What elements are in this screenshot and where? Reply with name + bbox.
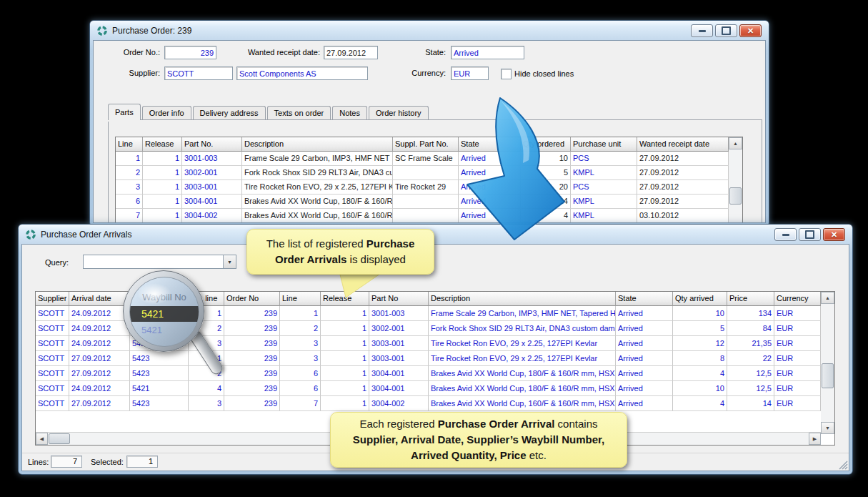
cell[interactable]: Brakes Avid XX World Cup, 180/F & 160/R … (429, 366, 616, 381)
column-header[interactable]: Qty arrived (673, 292, 727, 306)
supplier-name-field[interactable] (236, 67, 368, 80)
cell[interactable]: SCOTT (36, 306, 69, 321)
column-header[interactable]: Description (429, 292, 616, 306)
cell[interactable]: Tire Rocket Ron EVO, 29 x 2.25, 127EPI K… (429, 336, 616, 351)
column-header[interactable]: Description (242, 137, 393, 152)
minimize-button[interactable] (774, 228, 797, 241)
cell[interactable]: 1 (321, 351, 369, 366)
cell[interactable]: SCOTT (36, 381, 69, 396)
cell[interactable]: EUR (774, 336, 821, 351)
cell[interactable]: Arrived (616, 306, 673, 321)
cell[interactable]: 1 (321, 396, 369, 411)
cell[interactable]: 27.09.2012 (69, 351, 130, 366)
cell[interactable]: SC Frame Scale (393, 152, 459, 166)
order-no-field[interactable] (164, 46, 216, 59)
minimize-button[interactable] (691, 24, 713, 37)
arrivals-titlebar[interactable]: Purchase Order Arrivals ✕ (19, 225, 852, 244)
cell[interactable]: 22 (727, 351, 774, 366)
cell[interactable]: 134 (727, 306, 774, 321)
cell[interactable]: Fork Rock Shox SID 29 RLT3 Air, DNA3 cus… (242, 166, 393, 180)
cell[interactable]: 1 (280, 306, 321, 321)
cell[interactable]: 3002-001 (369, 321, 429, 336)
cell[interactable]: 12 (673, 336, 727, 351)
cell[interactable]: Tire Rocket Ron EVO, 29 x 2.25, 127EPI K… (429, 351, 616, 366)
cell[interactable]: 10 (673, 306, 727, 321)
cell[interactable]: Arrived (616, 351, 673, 366)
cell[interactable]: 84 (727, 321, 774, 336)
po-scroll-up-icon[interactable]: ▲ (729, 137, 742, 149)
query-input[interactable] (84, 255, 223, 268)
cell[interactable]: 3003-001 (182, 180, 242, 195)
cell[interactable]: 1 (321, 321, 369, 336)
cell[interactable]: 27.09.2012 (637, 152, 729, 166)
column-header[interactable]: State (616, 292, 673, 306)
cell[interactable]: 3004-001 (369, 381, 429, 396)
cell[interactable]: 24.09.2012 (69, 321, 130, 336)
cell[interactable]: 8 (673, 351, 727, 366)
tab-delivery-address[interactable]: Delivery address (193, 106, 266, 120)
cell[interactable]: 5423 (130, 396, 189, 411)
cell[interactable]: EUR (774, 351, 821, 366)
cell[interactable]: SCOTT (36, 396, 69, 411)
cell[interactable]: 239 (224, 396, 280, 411)
cell[interactable]: 3004-002 (369, 396, 429, 411)
cell[interactable]: Arrived (616, 366, 673, 381)
cell[interactable]: 1 (143, 166, 182, 180)
cell[interactable]: 6 (116, 195, 143, 209)
cell[interactable]: 2 (280, 321, 321, 336)
cell[interactable]: Brakes Avid XX World Cup, 160/F & 160/R … (242, 209, 393, 223)
cell[interactable]: 24.09.2012 (69, 336, 130, 351)
cell[interactable]: 14 (727, 396, 774, 411)
cell[interactable]: SCOTT (36, 366, 69, 381)
cell[interactable]: 10 (673, 381, 727, 396)
cell[interactable]: Frame Scale 29 Carbon, IMP3, HMF NET, Ta… (429, 306, 616, 321)
cell[interactable]: Arrived (616, 381, 673, 396)
cell[interactable]: Arrived (616, 336, 673, 351)
cell[interactable]: 21,35 (727, 336, 774, 351)
tab-parts[interactable]: Parts (108, 104, 141, 120)
resize-grip[interactable] (839, 461, 848, 470)
cell[interactable]: 7 (280, 396, 321, 411)
cell[interactable]: 1 (321, 381, 369, 396)
cell[interactable]: 3 (189, 396, 224, 411)
arr-hscroll-thumb[interactable] (49, 433, 70, 444)
maximize-button[interactable] (799, 228, 821, 241)
column-header[interactable]: Arrival date (69, 292, 130, 306)
cell[interactable]: 3001-003 (369, 306, 429, 321)
cell[interactable]: 3002-001 (182, 166, 242, 180)
close-button[interactable]: ✕ (823, 228, 845, 241)
cell[interactable]: EUR (774, 381, 821, 396)
cell[interactable]: 27.09.2012 (637, 180, 729, 195)
cell[interactable]: 12,5 (727, 381, 774, 396)
cell[interactable]: Tire Rocket Ron EVO, 29 x 2.25, 127EPI K… (242, 180, 393, 195)
po-vscroll-thumb[interactable] (729, 187, 742, 205)
cell[interactable]: Arrived (616, 396, 673, 411)
cell[interactable]: 1 (321, 336, 369, 351)
cell[interactable]: 1 (143, 209, 182, 223)
supplier-code-field[interactable] (164, 67, 233, 80)
cell[interactable]: Brakes Avid XX World Cup, 180/F & 160/R … (429, 381, 616, 396)
cell[interactable]: 7 (116, 209, 143, 223)
tab-texts-on-order[interactable]: Texts on order (267, 106, 331, 120)
maximize-button[interactable] (715, 24, 737, 37)
table-row[interactable]: 713004-002Brakes Avid XX World Cup, 160/… (116, 209, 742, 223)
cell[interactable]: 27.09.2012 (69, 366, 130, 381)
cell[interactable]: 1 (321, 306, 369, 321)
cell[interactable]: 3004-002 (182, 209, 242, 223)
cell[interactable]: 3004-001 (369, 366, 429, 381)
cell[interactable]: 27.09.2012 (637, 166, 729, 180)
cell[interactable]: 24.09.2012 (69, 306, 130, 321)
currency-field[interactable] (451, 67, 489, 80)
cell[interactable]: 1 (321, 366, 369, 381)
close-button[interactable]: ✕ (739, 24, 762, 37)
arr-scroll-down-icon[interactable]: ▼ (821, 422, 834, 434)
column-header[interactable]: Line (116, 137, 143, 152)
cell[interactable]: 3001-003 (182, 152, 242, 166)
column-header[interactable]: Wanted receipt date (637, 137, 729, 152)
cell[interactable]: EUR (774, 321, 821, 336)
cell[interactable]: EUR (774, 396, 821, 411)
cell[interactable]: 3 (280, 351, 321, 366)
table-row[interactable]: SCOTT27.09.201254233239713004-002Brakes … (36, 396, 834, 411)
cell[interactable]: 3003-001 (369, 351, 429, 366)
cell[interactable]: 03.10.2012 (637, 209, 729, 223)
